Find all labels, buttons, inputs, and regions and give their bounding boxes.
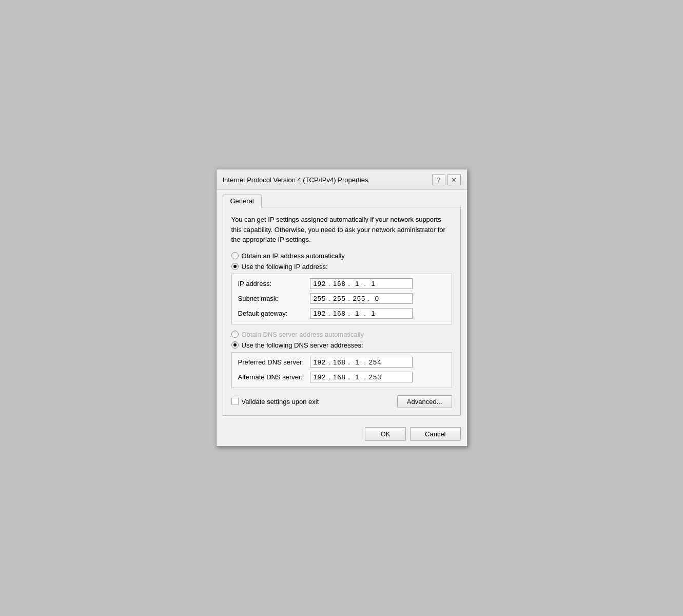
cancel-button[interactable]: Cancel — [410, 427, 460, 441]
radio-dns-auto-indicator — [231, 331, 239, 338]
validate-label: Validate settings upon exit — [242, 398, 319, 406]
radio-ip-manual-label: Use the following IP address: — [242, 263, 328, 271]
default-gateway-input[interactable] — [310, 308, 413, 319]
validate-checkbox-item[interactable]: Validate settings upon exit — [231, 398, 319, 406]
dialog-title: Internet Protocol Version 4 (TCP/IPv4) P… — [223, 176, 368, 184]
radio-ip-auto[interactable]: Obtain an IP address automatically — [231, 252, 452, 260]
title-bar: Internet Protocol Version 4 (TCP/IPv4) P… — [217, 170, 467, 190]
default-gateway-label: Default gateway: — [238, 310, 310, 317]
close-button[interactable]: ✕ — [447, 174, 461, 185]
radio-dns-manual-label: Use the following DNS server addresses: — [242, 341, 363, 349]
dns-fields-group: Preferred DNS server: Alternate DNS serv… — [231, 352, 452, 388]
radio-dns-manual[interactable]: Use the following DNS server addresses: — [231, 341, 452, 349]
tab-content-general: You can get IP settings assigned automat… — [223, 207, 461, 416]
ip-fields-group: IP address: Subnet mask: Default gateway… — [231, 274, 452, 324]
radio-ip-manual-indicator — [231, 263, 239, 270]
ip-address-section: Obtain an IP address automatically Use t… — [231, 252, 452, 324]
radio-ip-manual[interactable]: Use the following IP address: — [231, 263, 452, 271]
ip-address-row: IP address: — [238, 278, 445, 289]
alternate-dns-label: Alternate DNS server: — [238, 373, 310, 381]
ok-button[interactable]: OK — [365, 427, 406, 441]
alternate-dns-row: Alternate DNS server: — [238, 372, 445, 382]
tab-strip: General — [223, 194, 461, 207]
help-icon: ? — [437, 176, 440, 184]
preferred-dns-input[interactable] — [310, 357, 413, 368]
ip-address-label: IP address: — [238, 280, 310, 287]
radio-ip-auto-indicator — [231, 252, 239, 259]
ip-address-input[interactable] — [310, 278, 413, 289]
subnet-mask-label: Subnet mask: — [238, 295, 310, 302]
footer: OK Cancel — [217, 422, 467, 446]
title-bar-buttons: ? ✕ — [432, 174, 461, 185]
radio-dns-auto-label: Obtain DNS server address automatically — [242, 331, 364, 338]
preferred-dns-row: Preferred DNS server: — [238, 357, 445, 368]
radio-ip-auto-label: Obtain an IP address automatically — [242, 252, 345, 260]
validate-checkbox[interactable] — [231, 398, 239, 405]
tab-general[interactable]: General — [223, 195, 262, 208]
preferred-dns-label: Preferred DNS server: — [238, 358, 310, 366]
radio-dns-auto[interactable]: Obtain DNS server address automatically — [231, 331, 452, 338]
validate-row: Validate settings upon exit Advanced... — [231, 395, 452, 408]
dialog-body: General You can get IP settings assigned… — [217, 190, 467, 422]
radio-dns-manual-indicator — [231, 341, 239, 349]
default-gateway-row: Default gateway: — [238, 308, 445, 319]
dns-section: Obtain DNS server address automatically … — [231, 331, 452, 388]
subnet-mask-row: Subnet mask: — [238, 293, 445, 304]
subnet-mask-input[interactable] — [310, 293, 413, 304]
dialog-window: Internet Protocol Version 4 (TCP/IPv4) P… — [216, 169, 467, 447]
close-icon: ✕ — [451, 176, 457, 184]
description-text: You can get IP settings assigned automat… — [231, 215, 452, 245]
advanced-button[interactable]: Advanced... — [397, 395, 452, 408]
alternate-dns-input[interactable] — [310, 372, 413, 382]
help-button[interactable]: ? — [432, 174, 445, 185]
